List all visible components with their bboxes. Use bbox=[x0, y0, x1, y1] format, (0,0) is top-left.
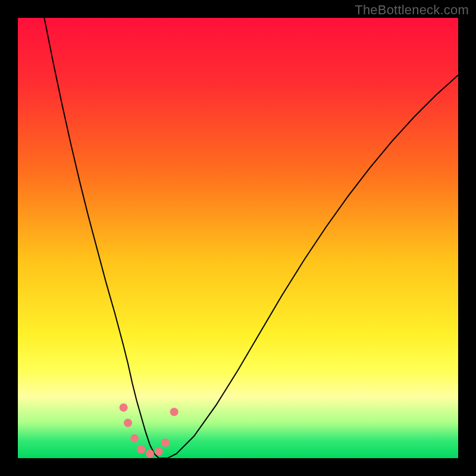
valley-dot bbox=[170, 408, 178, 416]
bottleneck-plot bbox=[18, 18, 458, 458]
valley-dot bbox=[146, 450, 154, 458]
chart-svg bbox=[18, 18, 458, 458]
valley-dot bbox=[161, 439, 170, 447]
gradient-background bbox=[18, 18, 458, 458]
valley-dot bbox=[124, 419, 132, 427]
valley-dot bbox=[155, 447, 163, 456]
watermark-text: TheBottleneck.com bbox=[355, 2, 469, 18]
valley-dot bbox=[120, 403, 128, 412]
valley-dot bbox=[137, 445, 145, 453]
valley-dot bbox=[130, 434, 139, 443]
chart-frame: TheBottleneck.com bbox=[0, 0, 476, 476]
